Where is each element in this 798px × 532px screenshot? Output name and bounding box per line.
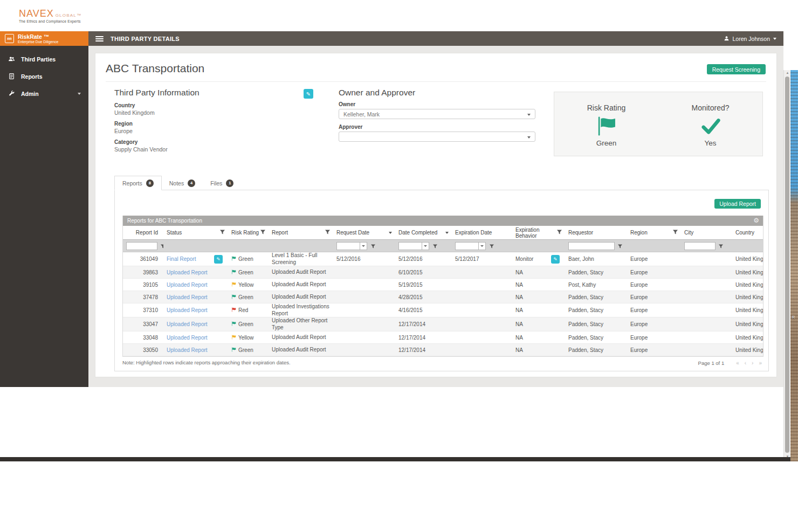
cell-report: Level 1 Basic - Full Screening [269, 252, 333, 266]
column-header-country[interactable]: Country [732, 226, 763, 239]
column-header-expiration-behavior[interactable]: Expiration Behavior [512, 226, 565, 239]
pager-arrow[interactable]: » [759, 360, 762, 366]
cell-expiration-behavior: NA [512, 331, 565, 343]
column-header-date-completed[interactable]: Date Completed [395, 226, 452, 239]
user-menu[interactable]: Loren Johnson [724, 36, 776, 42]
cell-requestor: Padden, Stacy [565, 317, 627, 331]
cell-city [681, 344, 732, 356]
column-header-city[interactable]: City [681, 226, 732, 239]
cell-region: Europe [627, 344, 681, 356]
pager-arrow[interactable]: ‹ [745, 360, 746, 366]
tab-notes[interactable]: Notes4 [162, 176, 203, 190]
sidebar-item-reports[interactable]: Reports [0, 68, 88, 85]
approver-select[interactable] [339, 132, 535, 142]
sort-caret-icon[interactable] [389, 232, 392, 234]
table-row: 33048Uploaded ReportYellowUploaded Audit… [123, 331, 763, 344]
filter-funnel-icon[interactable] [673, 230, 678, 236]
cell-country: United Kingdom [732, 266, 763, 278]
sidebar-item-admin[interactable]: Admin [0, 85, 88, 102]
risk-flag-icon [231, 335, 236, 341]
report-status-link[interactable]: Uploaded Report [167, 321, 208, 327]
browser-viewport: NAVEXGLOBAL™ The Ethics and Compliance E… [0, 0, 783, 387]
pager-arrow[interactable]: « [736, 360, 739, 366]
date-filter-input[interactable] [455, 242, 479, 250]
column-header-report-id[interactable]: Report Id [123, 226, 163, 239]
pager-arrow[interactable]: › [752, 360, 753, 366]
date-picker-button[interactable] [422, 242, 429, 250]
hamburger-menu-icon[interactable] [95, 35, 104, 43]
report-status-link[interactable]: Uploaded Report [167, 347, 208, 353]
cell-report-id: 33048 [123, 331, 163, 343]
upload-report-button[interactable]: Upload Report [714, 199, 761, 209]
column-header-risk-rating[interactable]: Risk Rating [228, 226, 269, 239]
flag-icon [595, 116, 618, 136]
filter-funnel-icon[interactable] [490, 241, 494, 251]
filter-funnel-icon[interactable] [220, 230, 225, 236]
column-header-report[interactable]: Report [269, 226, 333, 239]
check-icon [699, 116, 722, 136]
date-filter-input[interactable] [398, 242, 422, 250]
expiration-note: Note: Highlighted rows indicate reports … [122, 360, 291, 365]
cell-requestor: Padden, Stacy [565, 303, 627, 317]
risk-flag-icon [231, 294, 236, 300]
filter-input[interactable] [684, 242, 716, 250]
cell-risk-rating: Yellow [228, 279, 269, 291]
cell-requestor: Baer, John [565, 252, 627, 266]
edit-expiration-behavior-button[interactable]: ✎ [551, 255, 560, 264]
sidebar-product-header[interactable]: RR RiskRate ™ Enterprise Due Diligence [0, 31, 88, 46]
risk-flag-icon [231, 307, 236, 313]
field-label: Country [114, 102, 292, 108]
report-status-link[interactable]: Uploaded Report [167, 282, 208, 288]
sort-caret-icon[interactable] [445, 232, 449, 234]
column-header-expiration-date[interactable]: Expiration Date [452, 226, 512, 239]
report-status-link[interactable]: Uploaded Report [167, 294, 208, 300]
filter-funnel-icon[interactable] [557, 230, 562, 236]
owner-select[interactable]: Kelleher, Mark [339, 109, 535, 119]
filter-funnel-icon[interactable] [719, 241, 723, 251]
column-header-requestor[interactable]: Requestor [565, 226, 627, 239]
report-status-link[interactable]: Uploaded Report [167, 307, 208, 313]
filter-input[interactable] [126, 242, 157, 250]
logo-subtext: GLOBAL™ [56, 13, 81, 18]
table-row: 37478Uploaded ReportGreenUploaded Audit … [123, 291, 763, 303]
filter-funnel-icon[interactable] [433, 241, 437, 251]
cell-expiration-date: 5/12/2017 [452, 252, 512, 266]
report-status-link[interactable]: Uploaded Report [167, 335, 208, 341]
tab-reports[interactable]: Reports8 [114, 176, 162, 190]
report-status-link[interactable]: Uploaded Report [167, 270, 208, 275]
column-header-region[interactable]: Region [627, 226, 681, 239]
sidebar-item-third-parties[interactable]: Third Parties [0, 51, 88, 68]
cell-status: Uploaded Report [163, 331, 228, 343]
edit-report-button[interactable]: ✎ [214, 255, 223, 264]
filter-input[interactable] [568, 242, 615, 250]
date-picker-button[interactable] [479, 242, 486, 250]
cell-status: Final Report✎ [163, 252, 228, 266]
cell-city [681, 303, 732, 317]
filter-funnel-icon[interactable] [260, 230, 265, 236]
risk-summary-panel: Risk Rating Green Monitored? Yes [554, 92, 763, 156]
cell-city [681, 331, 732, 343]
tab-files[interactable]: Files1 [203, 176, 241, 190]
approver-label: Approver [339, 124, 535, 130]
filter-cell [269, 240, 333, 252]
browser-scrollbar[interactable]: ▲ ▼ [783, 70, 790, 459]
edit-third-party-info-button[interactable]: ✎ [304, 89, 313, 99]
cell-status: Uploaded Report [163, 279, 228, 291]
gear-icon[interactable]: ⚙ [753, 216, 759, 226]
date-filter-input[interactable] [336, 242, 360, 250]
cell-country: United Kingdom [732, 252, 763, 266]
cell-country: United Kingdom [732, 331, 763, 343]
request-screening-button[interactable]: Request Screening [707, 64, 766, 74]
filter-funnel-icon[interactable] [371, 241, 375, 251]
risk-flag-icon [231, 256, 236, 262]
filter-funnel-icon[interactable] [325, 230, 330, 236]
column-header-status[interactable]: Status [163, 226, 228, 239]
report-status-link[interactable]: Final Report [167, 256, 196, 262]
filter-funnel-icon[interactable] [618, 241, 622, 251]
cell-expiration-behavior: NA [512, 279, 565, 291]
column-header-request-date[interactable]: Request Date [333, 226, 395, 239]
scrollbar-thumb[interactable] [785, 77, 789, 453]
tab-count-badge: 8 [146, 179, 154, 187]
date-picker-button[interactable] [360, 242, 367, 250]
field-value: United Kingdom [114, 109, 292, 116]
